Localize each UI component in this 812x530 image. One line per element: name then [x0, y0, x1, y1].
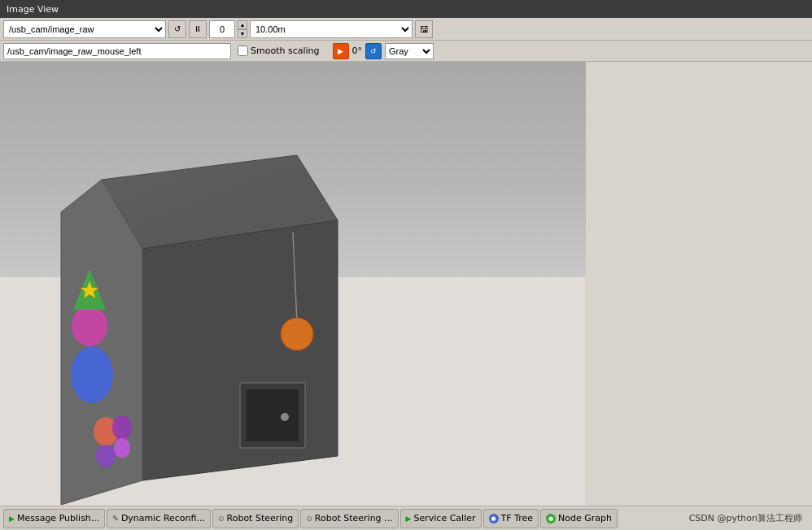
toolbar-row2-right: ▶ 0° ↺ Gray Jet Hot Cool	[333, 43, 434, 59]
taskbar-label-dyn-reconf: Dynamic Reconfi...	[121, 513, 205, 523]
pencil-icon-dyn-reconf: ✎	[112, 515, 119, 523]
robot-icon-steer2: ⊙	[306, 515, 312, 523]
node-icon: ●	[546, 514, 556, 523]
svg-point-10	[71, 346, 113, 403]
svg-point-8	[281, 318, 313, 350]
taskbar-item-tf-tree[interactable]: ● TF Tree	[483, 509, 539, 528]
reset-blue-button[interactable]: ↺	[365, 43, 382, 59]
title-bar: Image View	[0, 0, 812, 18]
spin-arrows: ▲ ▼	[238, 20, 247, 38]
main-area	[0, 62, 812, 506]
spin-up-button[interactable]: ▲	[238, 20, 247, 29]
smooth-scaling-checkbox[interactable]	[238, 46, 248, 56]
toolbar-row2: Smooth scaling ▶ 0° ↺ Gray Jet Hot Cool	[0, 41, 812, 62]
deg-label: 0°	[352, 46, 363, 56]
tf-icon: ●	[489, 514, 499, 523]
title-bar-label: Image View	[7, 4, 59, 15]
svg-rect-5	[247, 389, 299, 441]
taskbar-label-msg-pub: Message Publish...	[17, 513, 99, 523]
taskbar: ▶ Message Publish... ✎ Dynamic Reconfi..…	[0, 506, 812, 530]
robot-icon-steer1: ⊙	[218, 515, 225, 523]
svg-point-6	[281, 413, 289, 421]
refresh-button[interactable]: ↺	[168, 20, 186, 38]
pause-button[interactable]: ⏸	[189, 20, 207, 38]
box-scene	[45, 106, 354, 505]
spin-down-button[interactable]: ▼	[238, 29, 247, 38]
play-icon-svc-caller: ▶	[406, 515, 412, 523]
taskbar-label-node-graph: Node Graph	[558, 513, 612, 523]
svg-point-14	[96, 445, 116, 467]
save-button[interactable]: 🖫	[415, 20, 433, 38]
csdn-watermark: CSDN @python算法工程师	[689, 513, 802, 523]
play-icon-msg-pub: ▶	[9, 515, 15, 523]
taskbar-item-robot-steer1[interactable]: ⊙ Robot Steering	[212, 509, 299, 528]
taskbar-item-node-graph[interactable]: ● Node Graph	[540, 509, 618, 528]
taskbar-label-svc-caller: Service Caller	[414, 513, 476, 523]
colormap-select[interactable]: Gray Jet Hot Cool	[385, 43, 434, 59]
svg-point-9	[72, 306, 107, 346]
taskbar-item-dyn-reconf[interactable]: ✎ Dynamic Reconfi...	[107, 509, 211, 528]
svg-point-15	[112, 415, 132, 440]
taskbar-item-robot-steer2[interactable]: ⊙ Robot Steering ...	[300, 509, 398, 528]
time-select[interactable]: 10.00m 1.00m 5.00m 30.00m	[250, 20, 413, 38]
svg-point-16	[114, 438, 130, 458]
scene-bg-right	[586, 62, 812, 506]
smooth-scaling-label: Smooth scaling	[238, 46, 320, 56]
taskbar-label-tf-tree: TF Tree	[501, 513, 533, 523]
taskbar-item-msg-pub[interactable]: ▶ Message Publish...	[3, 509, 105, 528]
topic-select[interactable]: /usb_cam/image_raw	[3, 20, 166, 38]
taskbar-item-svc-caller[interactable]: ▶ Service Caller	[400, 509, 482, 528]
taskbar-right-text: CSDN @python算法工程师	[689, 512, 809, 524]
mouse-topic-input[interactable]	[3, 43, 231, 59]
taskbar-label-robot-steer2: Robot Steering ...	[315, 513, 393, 523]
taskbar-label-robot-steer1: Robot Steering	[227, 513, 294, 523]
spin-input[interactable]	[209, 20, 235, 38]
toolbar-row1: /usb_cam/image_raw ↺ ⏸ ▲ ▼ 10.00m 1.00m …	[0, 18, 812, 41]
scene-container	[0, 62, 812, 506]
rotate-orange-button[interactable]: ▶	[333, 43, 349, 59]
